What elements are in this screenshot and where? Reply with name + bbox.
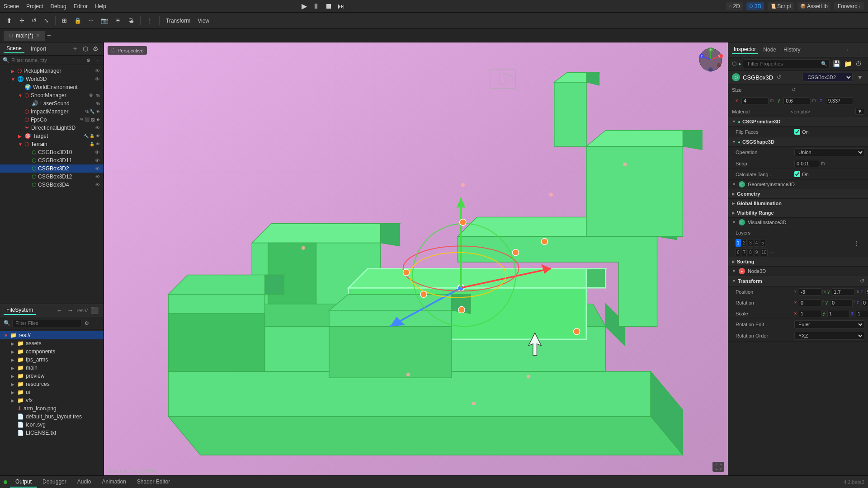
- rotation-x-input[interactable]: [799, 299, 821, 306]
- eye-world3d[interactable]: 👁: [95, 76, 100, 82]
- scale-y-input[interactable]: [827, 310, 850, 317]
- shader-editor-tab[interactable]: Shader Editor: [132, 477, 175, 488]
- inspector-more-btn[interactable]: ⋮: [864, 60, 868, 68]
- grid-snap-btn[interactable]: ⊹: [86, 16, 96, 25]
- node3d-section[interactable]: ▼ ● Node3D: [728, 267, 868, 276]
- viewport-orientation-gizmo[interactable]: X Y Z: [697, 46, 724, 73]
- layer-8-btn[interactable]: 8: [748, 249, 753, 256]
- eye-csgbox10[interactable]: 👁: [95, 150, 100, 155]
- csg-primitive-section[interactable]: ▼ ● CSGPrimitive3D: [728, 117, 868, 127]
- node-tab[interactable]: Node: [761, 46, 778, 54]
- inspector-filter-input[interactable]: [745, 60, 821, 67]
- geometry-instance-section[interactable]: ▼ ⬡ GeometryInstance3D: [728, 180, 868, 189]
- sorting-section[interactable]: ▶ Sorting: [728, 257, 868, 267]
- animation-tab[interactable]: Animation: [96, 477, 131, 488]
- material-dropdown-btn[interactable]: ▼: [855, 108, 864, 115]
- audio-tab[interactable]: Audio: [72, 477, 97, 488]
- position-z-input[interactable]: [865, 288, 868, 296]
- fs-filter-input[interactable]: [12, 319, 81, 327]
- transform-refresh-btn[interactable]: ↺: [860, 278, 864, 284]
- rotation-edit-select[interactable]: Euler Quaternion: [794, 320, 864, 328]
- select-tool[interactable]: ⬆: [4, 15, 15, 26]
- tree-item-dirlight[interactable]: ☀ DirectionalLight3D 👁: [0, 124, 104, 132]
- local-space-btn[interactable]: ⊞: [59, 16, 70, 25]
- rotation-order-select[interactable]: YXZ XYZ ZXY: [794, 332, 864, 340]
- stop-button[interactable]: ⏹: [323, 1, 334, 11]
- assetlib-button[interactable]: 📦 AssetLib: [797, 2, 830, 10]
- rotate-tool[interactable]: ↺: [29, 16, 39, 25]
- inspector-forward-btn[interactable]: →: [855, 46, 864, 54]
- inspector-history-btn[interactable]: ⏱: [854, 60, 863, 68]
- instance-scene-button[interactable]: ⬡: [81, 45, 90, 53]
- tree-item-lasersound[interactable]: 🔊 LaserSound %: [0, 99, 104, 108]
- layer-6-btn[interactable]: 6: [736, 249, 741, 256]
- lock-btn[interactable]: 🔒: [71, 16, 84, 25]
- tree-item-shootmanager[interactable]: ▼ ⬡ ShootManager 👁 %: [0, 91, 104, 99]
- fs-item-fps-arms[interactable]: ▶ 📁 fps_arms: [0, 356, 104, 364]
- eye-pickupmanager[interactable]: 👁: [95, 68, 100, 74]
- csg-shape-section[interactable]: ▼ ● CSGShape3D: [728, 137, 868, 147]
- output-tab[interactable]: Output: [10, 477, 37, 488]
- fs-back-btn[interactable]: ←: [55, 306, 64, 314]
- eye-csgbox2[interactable]: 👁: [95, 166, 100, 171]
- layer-4-btn[interactable]: 4: [754, 239, 760, 247]
- fs-item-main[interactable]: ▶ 📁 main: [0, 364, 104, 372]
- main-tab[interactable]: ⬡ main(*) ✕: [4, 31, 45, 41]
- fs-item-arm-icon[interactable]: ⬇ arm_icon.png: [0, 404, 104, 413]
- group-btn[interactable]: ⋮: [94, 57, 101, 63]
- rotation-y-input[interactable]: [830, 299, 853, 306]
- filter-options-btn[interactable]: ⚙: [85, 57, 92, 63]
- history-tab[interactable]: History: [782, 46, 802, 54]
- tree-item-csgbox2[interactable]: ⬡ CSGBox3D2 👁: [0, 164, 104, 173]
- mode-3d-button[interactable]: ⬡ 3D: [746, 2, 764, 10]
- tab-close-button[interactable]: ✕: [36, 33, 40, 38]
- tree-item-pickupmanager[interactable]: ▶ ⬡ PickupManager 👁: [0, 67, 104, 75]
- step-button[interactable]: ⏭: [336, 1, 347, 11]
- tree-item-csgbox4[interactable]: ⬡ CSGBox3D4 👁: [0, 181, 104, 189]
- pause-button[interactable]: ⏸: [311, 1, 321, 11]
- tree-item-terrain[interactable]: ▼ ⬡ Terrain 🔒 👁: [0, 140, 104, 148]
- tree-item-fpsco[interactable]: ⬡ FpsCo % ⬛ 🖼 👁: [0, 116, 104, 124]
- layer-7-btn[interactable]: 7: [742, 249, 747, 256]
- sky-btn[interactable]: 🌤: [125, 16, 137, 25]
- layer-5-btn[interactable]: 5: [760, 239, 765, 247]
- menu-scene[interactable]: Scene: [4, 3, 19, 9]
- visibility-range-section[interactable]: ▶ Visibility Range: [728, 208, 868, 218]
- inspector-save-btn[interactable]: 💾: [831, 60, 842, 68]
- add-node-button[interactable]: ＋: [71, 44, 80, 53]
- tree-item-csgbox10[interactable]: ⬡ CSGBox3D10 👁: [0, 148, 104, 156]
- transform-btn[interactable]: Transform: [163, 16, 193, 25]
- debugger-tab[interactable]: Debugger: [37, 477, 72, 488]
- scene-tab[interactable]: Scene: [4, 44, 24, 53]
- fs-item-vfx[interactable]: ▶ 📁 vfx: [0, 396, 104, 404]
- fs-item-icon-svg[interactable]: 📄 icon.svg: [0, 421, 104, 429]
- tree-item-worldenv[interactable]: 🌍 WorldEnvironment: [0, 83, 104, 91]
- scale-z-input[interactable]: [856, 310, 868, 317]
- layers-more-btn[interactable]: ⋮: [852, 239, 861, 247]
- calc-tang-checkbox[interactable]: [794, 171, 800, 177]
- fs-item-license[interactable]: 📄 LICENSE.txt: [0, 429, 104, 437]
- sun-btn[interactable]: ☀: [113, 16, 123, 25]
- visual-instance-section[interactable]: ▼ ⬡ VisualInstance3D: [728, 218, 868, 227]
- rotation-z-input[interactable]: [861, 299, 868, 306]
- snap-input[interactable]: [794, 160, 819, 167]
- camera-btn[interactable]: 📷: [98, 16, 111, 25]
- play-button[interactable]: ▶: [300, 1, 309, 11]
- tree-item-impactmanager[interactable]: ⬡ ImpactManager % 🔧 👁: [0, 108, 104, 116]
- fs-toggle-btn[interactable]: ⬛: [90, 306, 100, 314]
- global-illumination-section[interactable]: ▶ Global Illumination: [728, 199, 868, 208]
- size-z-input[interactable]: [826, 97, 853, 104]
- tree-item-world3d[interactable]: ▼ 🌐 World3D 👁: [0, 75, 104, 83]
- fs-item-root[interactable]: ▼ 📁 res://: [0, 331, 104, 339]
- viewport[interactable]: ⬡ Perspective X Y Z: [104, 42, 728, 475]
- fs-more-btn[interactable]: ⋮: [92, 320, 100, 327]
- fs-item-default-bus[interactable]: 📄 default_bus_layout.tres: [0, 413, 104, 421]
- fs-item-resources[interactable]: ▶ 📁 resources: [0, 380, 104, 388]
- menu-help[interactable]: Help: [95, 3, 106, 9]
- layer-1-btn[interactable]: 1: [736, 239, 741, 247]
- tree-item-csgbox12[interactable]: ⬡ CSGBox3D12 👁: [0, 173, 104, 181]
- layer-10-btn[interactable]: 10: [760, 249, 768, 256]
- flip-faces-checkbox[interactable]: [794, 129, 800, 135]
- menu-editor[interactable]: Editor: [74, 3, 88, 9]
- layer-3-btn[interactable]: 3: [748, 239, 753, 247]
